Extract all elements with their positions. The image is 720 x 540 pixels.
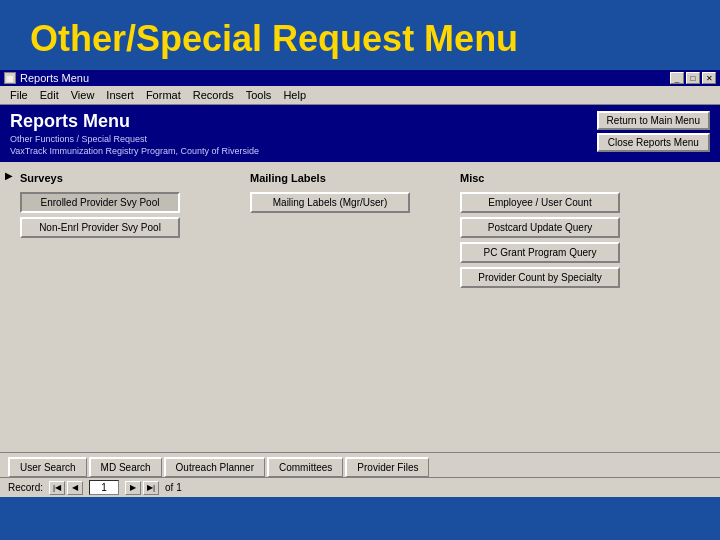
maximize-button[interactable]: □: [686, 72, 700, 84]
menu-file[interactable]: File: [4, 88, 34, 102]
page-title: Other/Special Request Menu: [0, 0, 720, 70]
tab-md-search[interactable]: MD Search: [89, 457, 162, 477]
provider-count-button[interactable]: Provider Count by Specialty: [460, 267, 620, 288]
tab-outreach-planner[interactable]: Outreach Planner: [164, 457, 265, 477]
minimize-button[interactable]: _: [670, 72, 684, 84]
mailing-labels-button[interactable]: Mailing Labels (Mgr/User): [250, 192, 410, 213]
menu-insert[interactable]: Insert: [100, 88, 140, 102]
record-label: Record:: [8, 482, 43, 493]
tabs-bar: User Search MD Search Outreach Planner C…: [0, 452, 720, 477]
surveys-column: Surveys Enrolled Provider Svy Pool Non-E…: [20, 172, 180, 288]
postcard-update-button[interactable]: Postcard Update Query: [460, 217, 620, 238]
tab-committees[interactable]: Committees: [267, 457, 343, 477]
menu-records[interactable]: Records: [187, 88, 240, 102]
record-of-label: of 1: [165, 482, 182, 493]
tab-provider-files[interactable]: Provider Files: [345, 457, 429, 477]
grant-program-button[interactable]: PC Grant Program Query: [460, 242, 620, 263]
mailing-header: Mailing Labels: [250, 172, 410, 184]
menu-edit[interactable]: Edit: [34, 88, 65, 102]
menu-help[interactable]: Help: [277, 88, 312, 102]
nav-next-button[interactable]: ▶: [125, 481, 141, 495]
reports-subtitle-line1: Other Functions / Special Request: [10, 134, 259, 144]
record-number: 1: [89, 480, 119, 495]
status-bar: Record: |◀ ◀ 1 ▶ ▶| of 1: [0, 477, 720, 497]
arrow-indicator: ▶: [5, 170, 13, 181]
record-nav-forward: ▶ ▶|: [125, 481, 159, 495]
menu-format[interactable]: Format: [140, 88, 187, 102]
menu-view[interactable]: View: [65, 88, 101, 102]
window-title: Reports Menu: [20, 72, 89, 84]
reports-subtitle-line2: VaxTrack Immunization Registry Program, …: [10, 146, 259, 156]
nav-last-button[interactable]: ▶|: [143, 481, 159, 495]
header-buttons: Return to Main Menu Close Reports Menu: [597, 111, 710, 152]
nav-first-button[interactable]: |◀: [49, 481, 65, 495]
return-to-main-button[interactable]: Return to Main Menu: [597, 111, 710, 130]
tab-user-search[interactable]: User Search: [8, 457, 87, 477]
window-titlebar: ▦ Reports Menu _ □ ✕: [0, 70, 720, 86]
non-enrl-provider-button[interactable]: Non-Enrl Provider Svy Pool: [20, 217, 180, 238]
nav-prev-button[interactable]: ◀: [67, 481, 83, 495]
main-window: ▦ Reports Menu _ □ ✕ File Edit View Inse…: [0, 70, 720, 497]
main-body: ▶ Surveys Enrolled Provider Svy Pool Non…: [0, 162, 720, 452]
surveys-header: Surveys: [20, 172, 180, 184]
reports-menu-title: Reports Menu: [10, 111, 259, 132]
reports-header: Reports Menu Other Functions / Special R…: [0, 105, 720, 162]
close-reports-button[interactable]: Close Reports Menu: [597, 133, 710, 152]
record-nav: |◀ ◀: [49, 481, 83, 495]
misc-column: Misc Employee / User Count Postcard Upda…: [460, 172, 620, 288]
misc-header: Misc: [460, 172, 620, 184]
close-button[interactable]: ✕: [702, 72, 716, 84]
employee-user-count-button[interactable]: Employee / User Count: [460, 192, 620, 213]
enrolled-provider-button[interactable]: Enrolled Provider Svy Pool: [20, 192, 180, 213]
menu-bar: File Edit View Insert Format Records Too…: [0, 86, 720, 105]
menu-tools[interactable]: Tools: [240, 88, 278, 102]
window-icon: ▦: [4, 72, 16, 84]
mailing-column: Mailing Labels Mailing Labels (Mgr/User): [250, 172, 410, 288]
